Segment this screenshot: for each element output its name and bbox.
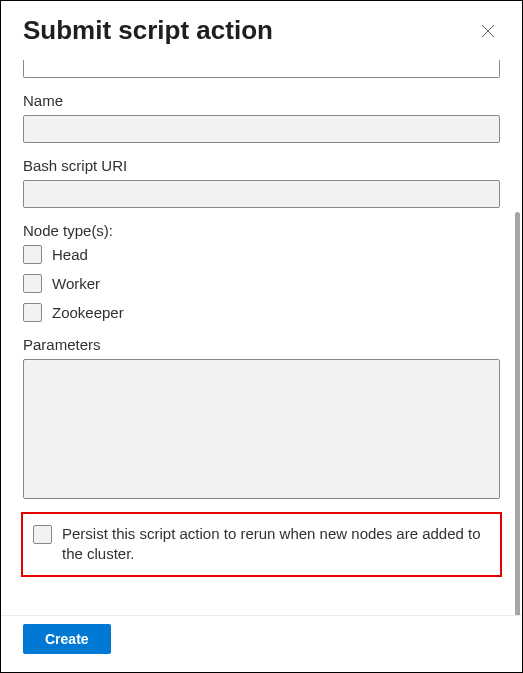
node-types-group: Head Worker Zookeeper — [23, 245, 500, 322]
worker-checkbox[interactable] — [23, 274, 42, 293]
bash-uri-input[interactable] — [23, 180, 500, 208]
panel-header: Submit script action — [1, 1, 522, 54]
close-icon — [480, 23, 496, 39]
scrollbar-thumb[interactable] — [515, 212, 520, 615]
close-button[interactable] — [476, 19, 500, 43]
name-input[interactable] — [23, 115, 500, 143]
panel-footer: Create — [1, 615, 522, 672]
submit-script-action-panel: Submit script action Name Bash script UR… — [0, 0, 523, 673]
node-type-row-head: Head — [23, 245, 500, 264]
node-type-row-zookeeper: Zookeeper — [23, 303, 500, 322]
zookeeper-checkbox[interactable] — [23, 303, 42, 322]
node-type-row-worker: Worker — [23, 274, 500, 293]
parameters-input[interactable] — [23, 359, 500, 499]
parameters-label: Parameters — [23, 336, 500, 353]
persist-checkbox-label[interactable]: Persist this script action to rerun when… — [62, 524, 490, 565]
worker-checkbox-label[interactable]: Worker — [52, 275, 100, 292]
persist-checkbox[interactable] — [33, 525, 52, 544]
partial-field-above[interactable] — [23, 60, 500, 78]
panel-title: Submit script action — [23, 15, 273, 46]
head-checkbox[interactable] — [23, 245, 42, 264]
node-types-label: Node type(s): — [23, 222, 500, 239]
head-checkbox-label[interactable]: Head — [52, 246, 88, 263]
zookeeper-checkbox-label[interactable]: Zookeeper — [52, 304, 124, 321]
persist-highlight-box: Persist this script action to rerun when… — [21, 512, 502, 577]
bash-uri-label: Bash script URI — [23, 157, 500, 174]
panel-body: Name Bash script URI Node type(s): Head … — [1, 54, 522, 615]
create-button[interactable]: Create — [23, 624, 111, 654]
name-label: Name — [23, 92, 500, 109]
